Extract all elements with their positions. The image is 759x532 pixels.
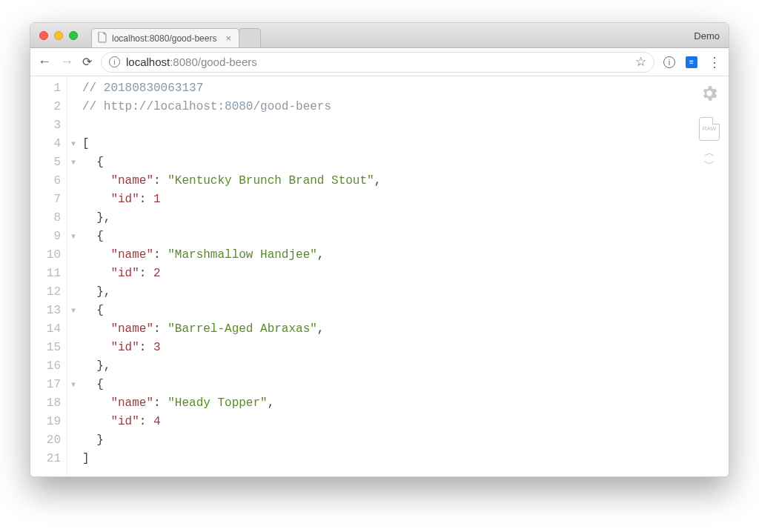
- code-line: ]: [82, 450, 729, 468]
- code-line: [82, 116, 729, 135]
- fold-marker: [67, 450, 79, 468]
- address-bar[interactable]: i localhost:8080/good-beers ☆: [101, 52, 654, 73]
- new-tab-button[interactable]: [239, 28, 261, 47]
- url-text: localhost:8080/good-beers: [126, 56, 629, 68]
- line-number: 9: [30, 227, 61, 246]
- chevron-down-icon[interactable]: ﹀: [704, 159, 715, 170]
- code-line: "name": "Heady Topper",: [82, 394, 729, 413]
- gear-icon[interactable]: [700, 84, 719, 110]
- code-line: "name": "Barrel-Aged Abraxas",: [82, 320, 729, 339]
- document-icon: [98, 32, 107, 45]
- code-area[interactable]: // 20180830063137// http://localhost:808…: [79, 76, 729, 476]
- fold-marker: [67, 357, 79, 376]
- raw-icon[interactable]: RAW: [699, 117, 720, 141]
- raw-label: RAW: [703, 119, 716, 138]
- line-number: 4: [30, 135, 61, 153]
- code-line: "name": "Kentucky Brunch Brand Stout",: [82, 172, 729, 190]
- browser-window: localhost:8080/good-beers × Demo ← → ⟳ i…: [30, 22, 729, 477]
- url-port: :8080: [170, 56, 198, 68]
- fold-marker: [67, 79, 79, 98]
- fold-marker: [67, 431, 79, 450]
- code-line: "id": 4: [82, 413, 729, 431]
- overflow-menu-icon[interactable]: ⋮: [708, 54, 721, 70]
- extension-icon[interactable]: ≡: [686, 56, 697, 68]
- code-line: {: [82, 227, 729, 246]
- line-number: 13: [30, 302, 61, 320]
- traffic-lights: [30, 31, 78, 40]
- fold-marker[interactable]: ▼: [67, 135, 79, 153]
- line-number: 16: [30, 357, 61, 376]
- site-info-icon[interactable]: i: [109, 56, 120, 67]
- line-number: 18: [30, 394, 61, 413]
- fold-marker: [67, 283, 79, 302]
- toolbar: ← → ⟳ i localhost:8080/good-beers ☆ i ≡ …: [30, 48, 729, 76]
- fold-marker: [67, 209, 79, 227]
- close-window-button[interactable]: [39, 31, 48, 40]
- code-line: [: [82, 135, 729, 153]
- line-number: 2: [30, 98, 61, 116]
- code-line: }: [82, 431, 729, 450]
- code-line: "id": 3: [82, 339, 729, 357]
- code-line: {: [82, 376, 729, 394]
- line-number: 12: [30, 283, 61, 302]
- browser-tab[interactable]: localhost:8080/good-beers ×: [91, 28, 239, 47]
- fold-marker[interactable]: ▼: [67, 302, 79, 320]
- fold-marker: [67, 190, 79, 209]
- code-line: {: [82, 302, 729, 320]
- side-tools: RAW ︿ ﹀: [699, 84, 720, 170]
- code-line: "name": "Marshmallow Handjee",: [82, 246, 729, 265]
- profile-label[interactable]: Demo: [694, 23, 720, 48]
- tab-title: localhost:8080/good-beers: [112, 33, 216, 44]
- code-line: {: [82, 153, 729, 172]
- reload-button[interactable]: ⟳: [82, 55, 92, 69]
- line-number: 17: [30, 376, 61, 394]
- code-line: },: [82, 357, 729, 376]
- line-number: 10: [30, 246, 61, 265]
- json-viewer: 123456789101112131415161718192021 ▼▼▼▼▼ …: [30, 76, 729, 476]
- line-number: 1: [30, 79, 61, 98]
- line-number: 14: [30, 320, 61, 339]
- line-number: 21: [30, 450, 61, 468]
- bookmark-icon[interactable]: ☆: [635, 54, 646, 70]
- code-line: },: [82, 283, 729, 302]
- line-number: 3: [30, 116, 61, 135]
- fold-marker[interactable]: ▼: [67, 153, 79, 172]
- forward-button[interactable]: →: [60, 54, 73, 70]
- line-number: 7: [30, 190, 61, 209]
- fold-marker: [67, 265, 79, 283]
- fold-marker: [67, 246, 79, 265]
- line-number: 6: [30, 172, 61, 190]
- fold-marker: [67, 320, 79, 339]
- code-line: "id": 2: [82, 265, 729, 283]
- code-line: // http://localhost:8080/good-beers: [82, 98, 729, 116]
- fold-marker[interactable]: ▼: [67, 376, 79, 394]
- url-host: localhost: [126, 56, 170, 68]
- fold-marker: [67, 394, 79, 413]
- fold-marker: [67, 413, 79, 431]
- close-tab-icon[interactable]: ×: [225, 33, 231, 44]
- page-info-icon[interactable]: i: [663, 56, 675, 68]
- line-number-gutter: 123456789101112131415161718192021: [30, 76, 67, 476]
- code-line: "id": 1: [82, 190, 729, 209]
- toolbar-right: i ≡ ⋮: [663, 54, 721, 70]
- back-button[interactable]: ←: [38, 54, 51, 70]
- minimize-window-button[interactable]: [54, 31, 63, 40]
- fold-marker[interactable]: ▼: [67, 227, 79, 246]
- line-number: 11: [30, 265, 61, 283]
- line-number: 19: [30, 413, 61, 431]
- line-number: 15: [30, 339, 61, 357]
- line-number: 5: [30, 153, 61, 172]
- line-number: 20: [30, 431, 61, 450]
- tab-strip: localhost:8080/good-beers ×: [91, 23, 261, 47]
- titlebar: localhost:8080/good-beers × Demo: [30, 23, 729, 48]
- chevron-up-icon[interactable]: ︿: [704, 148, 715, 159]
- maximize-window-button[interactable]: [69, 31, 78, 40]
- code-line: },: [82, 209, 729, 227]
- fold-marker: [67, 98, 79, 116]
- fold-marker: [67, 172, 79, 190]
- fold-gutter: ▼▼▼▼▼: [67, 76, 79, 476]
- fold-marker: [67, 116, 79, 135]
- fold-marker: [67, 339, 79, 357]
- url-path: /good-beers: [198, 56, 257, 68]
- line-number: 8: [30, 209, 61, 227]
